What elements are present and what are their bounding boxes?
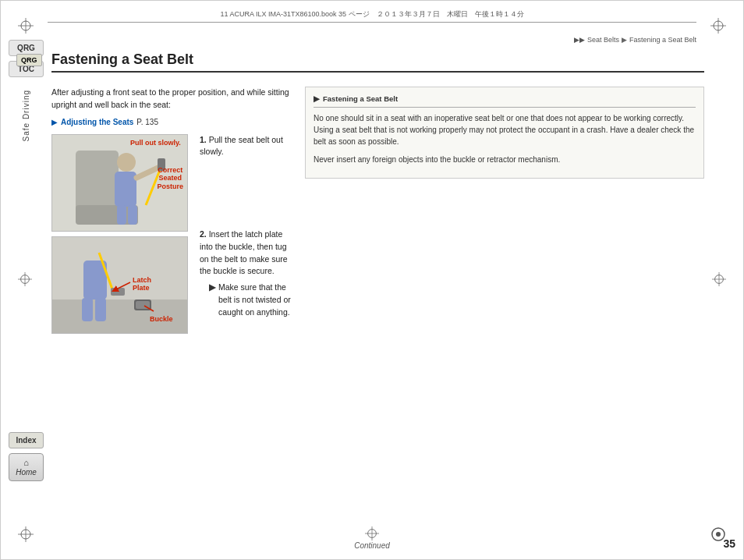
image-pull-seatbelt: Pull out slowly. Correct Seated Posture bbox=[51, 134, 188, 232]
file-info: 11 ACURA ILX IMA-31TX86100.book 35 ページ ２… bbox=[220, 9, 523, 19]
note-paragraph-2: Never insert any foreign objects into th… bbox=[314, 154, 696, 165]
step-sub-arrow: ▶ bbox=[209, 282, 215, 294]
ref-link[interactable]: ▶ Adjusting the Seats P. 135 bbox=[51, 118, 293, 126]
note-title: ▶ Fastening a Seat Belt bbox=[314, 94, 696, 108]
svg-point-23 bbox=[117, 153, 136, 172]
page-title-section: QRG Fastening a Seat Belt bbox=[51, 51, 704, 79]
step-1-text: Pull the seat belt out slowly. bbox=[200, 135, 283, 157]
svg-point-10 bbox=[716, 532, 721, 537]
images-column: Pull out slowly. Correct Seated Posture bbox=[51, 134, 188, 334]
label-latch-plate: Latch Plate bbox=[133, 276, 151, 293]
step-1: 1. Pull the seat belt out slowly. bbox=[200, 134, 293, 159]
breadcrumb: ▶▶ Seat Belts ▶ Fastening a Seat Belt bbox=[574, 36, 696, 44]
home-icon: ⌂ bbox=[23, 458, 29, 467]
continued-text: Continued bbox=[354, 541, 390, 550]
svg-rect-28 bbox=[117, 205, 126, 225]
note-title-arrow: ▶ bbox=[314, 94, 320, 105]
page: 11 ACURA ILX IMA-31TX86100.book 35 ページ ２… bbox=[0, 0, 744, 560]
home-label: Home bbox=[16, 468, 37, 477]
qrg-badge: QRG bbox=[16, 54, 42, 66]
label-pull-slowly: Pull out slowly. bbox=[130, 139, 185, 147]
breadcrumb-arrow1: ▶▶ bbox=[574, 36, 585, 44]
corner-mark-tl bbox=[18, 18, 34, 34]
note-title-text: Fastening a Seat Belt bbox=[323, 94, 398, 105]
corner-mark-bl bbox=[18, 526, 34, 542]
step-2-text: Insert the latch plate into the buckle, … bbox=[200, 229, 288, 275]
ref-link-page: P. 135 bbox=[136, 118, 158, 126]
ref-link-icon: ▶ bbox=[51, 118, 58, 126]
image-insert-latch: Latch Plate Buckle bbox=[51, 236, 188, 334]
content-body: After adjusting a front seat to the prop… bbox=[51, 87, 704, 505]
left-column: After adjusting a front seat to the prop… bbox=[51, 87, 293, 505]
side-mark-right bbox=[712, 272, 726, 288]
breadcrumb-part1: Seat Belts bbox=[587, 36, 619, 44]
step-2-sub: ▶ Make sure that the belt is not twisted… bbox=[209, 282, 293, 318]
steps-area: Pull out slowly. Correct Seated Posture bbox=[51, 134, 293, 334]
svg-rect-33 bbox=[82, 298, 93, 321]
note-paragraph-1: No one should sit in a seat with an inop… bbox=[314, 112, 696, 147]
intro-text: After adjusting a front seat to the prop… bbox=[51, 87, 293, 112]
right-column: ▶ Fastening a Seat Belt No one should si… bbox=[305, 87, 704, 505]
page-title-text: Fastening a Seat Belt bbox=[51, 51, 193, 68]
page-title: Fastening a Seat Belt bbox=[51, 51, 704, 73]
sidebar-section-label: Safe Driving bbox=[22, 90, 30, 141]
main-content: ▶▶ Seat Belts ▶ Fastening a Seat Belt QR… bbox=[51, 32, 704, 528]
svg-rect-24 bbox=[115, 172, 136, 207]
svg-rect-34 bbox=[95, 298, 106, 321]
bottom-mark-center bbox=[365, 526, 379, 542]
sidebar-bottom-buttons: Index ⌂ Home bbox=[9, 432, 44, 481]
page-number: 35 bbox=[723, 537, 735, 550]
home-button[interactable]: ⌂ Home bbox=[9, 453, 44, 481]
svg-rect-29 bbox=[128, 205, 137, 225]
corner-mark-tr bbox=[710, 18, 726, 34]
ref-link-text: Adjusting the Seats bbox=[61, 118, 133, 126]
step-2-sub-text: Make sure that the belt is not twisted o… bbox=[218, 282, 293, 318]
label-buckle: Buckle bbox=[150, 315, 173, 324]
step-1-number: 1. bbox=[200, 135, 207, 144]
breadcrumb-separator: ▶ bbox=[622, 36, 627, 44]
step-2: 2. Insert the latch plate into the buckl… bbox=[200, 229, 293, 318]
steps-text-column: 1. Pull the seat belt out slowly. 2. Ins… bbox=[200, 134, 293, 327]
step-2-number: 2. bbox=[200, 229, 207, 239]
note-box: ▶ Fastening a Seat Belt No one should si… bbox=[305, 87, 704, 179]
index-button[interactable]: Index bbox=[9, 432, 44, 448]
top-metadata-bar: 11 ACURA ILX IMA-31TX86100.book 35 ページ ２… bbox=[48, 7, 696, 23]
breadcrumb-part2: Fastening a Seat Belt bbox=[629, 36, 696, 44]
left-sidebar: QRG TOC Safe Driving Index ⌂ Home bbox=[1, 32, 51, 528]
label-correct-posture: Correct Seated Posture bbox=[157, 166, 183, 191]
